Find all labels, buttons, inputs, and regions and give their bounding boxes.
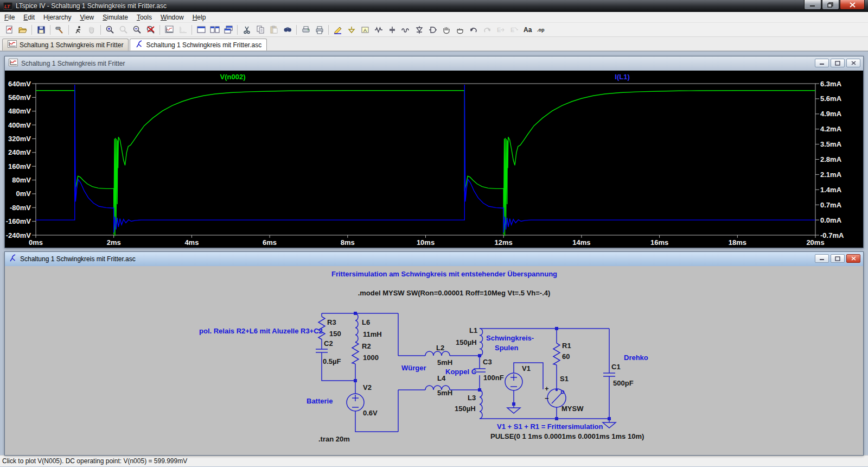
copy-button[interactable] bbox=[253, 23, 267, 36]
halt-button[interactable] bbox=[85, 23, 98, 36]
menu-edit[interactable]: Edit bbox=[19, 12, 39, 22]
svg-text:E: E bbox=[497, 27, 501, 33]
ground-button[interactable] bbox=[344, 23, 358, 36]
toolbar-separator bbox=[192, 25, 192, 35]
zoom-out-icon bbox=[132, 26, 142, 34]
y-left-tick: 560mV bbox=[8, 93, 31, 102]
capacitor-button[interactable] bbox=[385, 23, 399, 36]
autorange-button[interactable] bbox=[162, 23, 176, 36]
menu-window[interactable]: Window bbox=[156, 12, 188, 22]
window-titlebar[interactable]: LT LTspice IV - Schaltung 1 Schwingkreis… bbox=[0, 0, 868, 12]
resistor-R2[interactable] bbox=[352, 342, 359, 364]
waveform-icon bbox=[8, 40, 17, 50]
zoom-out-button[interactable] bbox=[130, 23, 144, 36]
schematic-label: V2 bbox=[363, 383, 372, 392]
cut-button[interactable] bbox=[240, 23, 253, 36]
waveform-window-titlebar[interactable]: Schaltung 1 Schwingkreis mit Fritter bbox=[5, 56, 863, 71]
inductor-L3[interactable] bbox=[480, 390, 482, 419]
schematic-canvas[interactable]: Frittersimulation am Schwingkreis mit en… bbox=[5, 266, 863, 455]
mirror-button[interactable]: E bbox=[494, 23, 507, 36]
component-button[interactable] bbox=[426, 23, 439, 36]
menu-help[interactable]: Help bbox=[188, 12, 210, 22]
voltage-source-V1[interactable] bbox=[505, 373, 522, 390]
zoom-extents-button[interactable] bbox=[144, 23, 157, 36]
wire-icon bbox=[333, 26, 343, 34]
app-logo-icon: LT bbox=[3, 2, 12, 10]
rotate-button[interactable]: E bbox=[507, 23, 521, 36]
schematic-window-titlebar[interactable]: Schaltung 1 Schwingkreis mit Fritter.asc bbox=[5, 252, 863, 266]
schematic-maximize-button[interactable] bbox=[831, 254, 845, 263]
y-right-tick: 0.7mA bbox=[820, 201, 842, 209]
zoom-page-button[interactable] bbox=[117, 23, 130, 36]
schematic-label: Frittersimulation am Schwingkreis mit en… bbox=[331, 270, 557, 278]
legend-I(L1): I(L1) bbox=[615, 73, 629, 81]
move-button[interactable] bbox=[439, 23, 453, 36]
tab-1[interactable]: Schaltung 1 Schwingkreis mit Fritter bbox=[2, 39, 129, 51]
menu-simulate[interactable]: Simulate bbox=[98, 12, 132, 22]
schematic-label: C3 bbox=[483, 358, 492, 366]
tab-2[interactable]: Schaltung 1 Schwingkreis mit Fritter.asc bbox=[130, 39, 267, 51]
inductor-L2[interactable] bbox=[425, 351, 450, 356]
voltage-source-V2[interactable] bbox=[347, 394, 364, 411]
capacitor-C2[interactable] bbox=[316, 349, 328, 352]
redo-icon bbox=[482, 26, 492, 34]
resistor-R1[interactable] bbox=[553, 343, 560, 365]
print-preview-button[interactable] bbox=[299, 23, 312, 36]
y-left-tick: 240mV bbox=[8, 148, 31, 156]
undo-button[interactable] bbox=[467, 23, 480, 36]
menu-file[interactable]: File bbox=[0, 12, 19, 22]
menu-tools[interactable]: Tools bbox=[132, 12, 156, 22]
cut-icon bbox=[242, 26, 252, 34]
find-button[interactable] bbox=[280, 23, 294, 36]
drag-button[interactable] bbox=[453, 23, 467, 36]
waveform-minimize-button[interactable] bbox=[815, 59, 829, 67]
zoom-in-button[interactable] bbox=[103, 23, 117, 36]
waveform-maximize-button[interactable] bbox=[831, 59, 845, 67]
control-panel-button[interactable] bbox=[53, 23, 66, 36]
resistor-button[interactable] bbox=[372, 23, 385, 36]
schematic-icon bbox=[9, 254, 17, 264]
tile-vertical-icon bbox=[210, 26, 220, 34]
schematic-label: L4 bbox=[437, 374, 445, 382]
schematic-label: Spulen bbox=[495, 344, 518, 352]
menu-view[interactable]: View bbox=[75, 12, 98, 22]
minimize-button[interactable] bbox=[804, 0, 821, 10]
spice-directive-button[interactable]: .op bbox=[534, 23, 548, 36]
y-right-tick: 1.4mA bbox=[820, 186, 842, 194]
schematic-minimize-button[interactable] bbox=[815, 254, 829, 263]
paste-button[interactable] bbox=[267, 23, 280, 36]
plot-canvas[interactable]: 640mV560mV480mV400mV320mV240mV160mV80mV0… bbox=[5, 71, 863, 248]
schematic-close-button[interactable] bbox=[846, 254, 860, 263]
y-left-tick: 480mV bbox=[8, 107, 31, 115]
restore-button[interactable] bbox=[822, 0, 839, 10]
inductor-button[interactable] bbox=[399, 23, 412, 36]
schematic-label: L2 bbox=[436, 344, 444, 352]
tile-vertical-button[interactable] bbox=[208, 23, 221, 36]
redo-button[interactable] bbox=[480, 23, 494, 36]
wire-button[interactable] bbox=[331, 23, 344, 36]
diode-button[interactable] bbox=[412, 23, 426, 36]
drag-icon bbox=[455, 26, 465, 34]
cascade-button[interactable] bbox=[221, 23, 235, 36]
label-icon: A bbox=[360, 26, 370, 34]
save-button[interactable] bbox=[34, 23, 48, 36]
grid-button[interactable] bbox=[176, 23, 189, 36]
capacitor-C1[interactable] bbox=[603, 373, 615, 376]
schematic-label: .tran 20m bbox=[318, 435, 350, 443]
run-button[interactable] bbox=[71, 23, 85, 36]
label-button[interactable]: A bbox=[358, 23, 372, 36]
x-tick: 10ms bbox=[417, 238, 435, 247]
menu-hierarchy[interactable]: Hierarchy bbox=[39, 12, 75, 22]
print-button[interactable] bbox=[312, 23, 326, 36]
waveform-close-button[interactable] bbox=[846, 59, 860, 67]
schematic-label: 500pF bbox=[613, 379, 634, 387]
inductor-L1[interactable] bbox=[480, 329, 483, 356]
waveform-window-controls bbox=[815, 59, 860, 67]
text-button[interactable]: Aa bbox=[521, 23, 534, 36]
new-schematic-button[interactable] bbox=[2, 23, 16, 36]
close-button[interactable] bbox=[840, 0, 865, 10]
inductor-L6[interactable] bbox=[355, 313, 358, 342]
tile-horizontal-button[interactable] bbox=[194, 23, 208, 36]
open-button[interactable] bbox=[16, 23, 29, 36]
save-icon bbox=[36, 26, 46, 34]
